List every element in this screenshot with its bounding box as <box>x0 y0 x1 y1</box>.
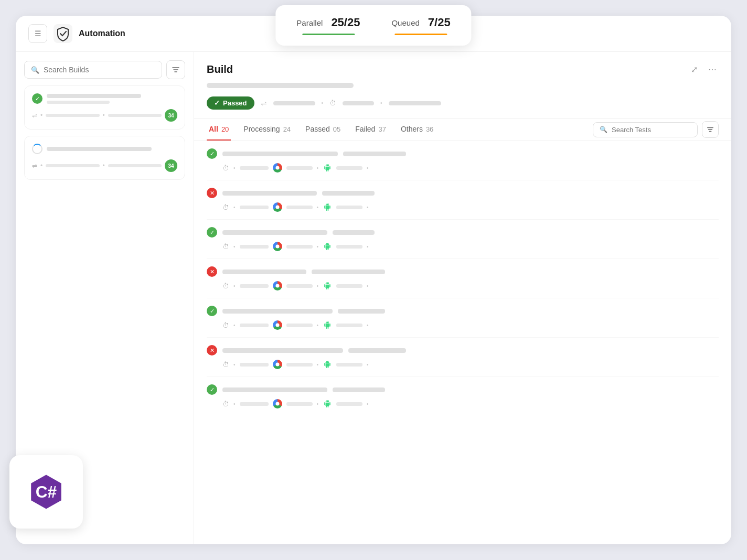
test-row: ✕ ⏱ • • • <box>207 338 719 377</box>
test-name-bar-2 <box>312 270 385 274</box>
parallel-value: 25/25 <box>331 16 360 29</box>
search-builds-input[interactable] <box>44 66 155 74</box>
test-status-pass: ✓ <box>207 306 217 316</box>
more-button[interactable]: ⋯ <box>706 62 719 77</box>
android-icon <box>323 281 332 290</box>
build-card-2[interactable]: ⇌ • • 34 <box>24 136 185 180</box>
build-status-row: ✓ Passed ⇌ • ⏱ • <box>207 96 719 110</box>
tab-passed-count: 05 <box>333 125 340 133</box>
main-content: Build ⤢ ⋯ ✓ Passed ⇌ • ⏱ <box>194 52 731 544</box>
filter-icon <box>172 66 180 74</box>
chrome-icon <box>273 360 282 369</box>
test-name-bar-2 <box>322 191 375 196</box>
test-meta-row: ⏱ • • • <box>207 399 719 408</box>
test-status-pass: ✓ <box>207 384 217 395</box>
main-window: ☰ Automation 🔍 <box>16 16 731 544</box>
branch-icon: ⇌ <box>261 99 267 107</box>
dot-sep-2: • <box>380 100 382 106</box>
test-meta-row: ⏱ • • • <box>207 320 719 330</box>
tests-filter-button[interactable] <box>702 121 719 138</box>
parallel-label: Parallel <box>296 18 323 27</box>
build-status-pass-1: ✓ <box>32 93 42 104</box>
test-name-bar-2 <box>343 152 406 156</box>
android-icon <box>323 320 332 330</box>
test-status-fail: ✕ <box>207 266 217 277</box>
tab-passed-label: Passed <box>305 125 330 133</box>
tab-others[interactable]: Others 36 <box>399 119 435 141</box>
chrome-icon <box>273 242 282 251</box>
passed-label: Passed <box>223 99 247 107</box>
app-logo <box>54 24 72 43</box>
tests-search-bar: 🔍 <box>593 122 698 137</box>
test-status-fail: ✕ <box>207 345 217 356</box>
chrome-icon <box>273 320 282 330</box>
queued-value: 7/25 <box>428 16 451 29</box>
test-row: ✓ ⏱ • • • <box>207 298 719 338</box>
test-name-bar <box>222 387 327 392</box>
test-meta-row: ⏱ • • • <box>207 202 719 212</box>
queued-bar <box>395 34 447 35</box>
csharp-logo-svg: C# <box>27 473 65 511</box>
tests-filter-icon <box>707 126 714 133</box>
search-bar: 🔍 <box>24 61 162 79</box>
test-row: ✓ ⏱ • • • <box>207 377 719 416</box>
test-name-bar <box>222 348 343 353</box>
chrome-icon <box>273 163 282 173</box>
test-meta-row: ⏱ • • • <box>207 163 719 173</box>
menu-button[interactable]: ☰ <box>28 24 47 43</box>
test-meta-row: ⏱ • • • <box>207 242 719 251</box>
search-tests-icon: 🔍 <box>600 126 607 133</box>
test-row: ✕ ⏱ • • • <box>207 180 719 220</box>
test-row: ✕ ⏱ • • • <box>207 259 719 298</box>
share-button[interactable]: ⤢ <box>689 62 700 77</box>
clock-icon: ⏱ <box>222 164 229 172</box>
test-meta-row: ⏱ • • • <box>207 281 719 290</box>
tab-failed-count: 37 <box>378 125 386 133</box>
check-icon: ✓ <box>214 99 220 107</box>
tab-all[interactable]: All 20 <box>207 119 231 141</box>
tab-others-count: 36 <box>426 125 433 133</box>
test-name-bar-2 <box>348 348 406 353</box>
chrome-icon <box>273 202 282 212</box>
tabs-search: 🔍 <box>593 121 719 138</box>
filter-button[interactable] <box>166 60 185 79</box>
test-meta-row: ⏱ • • • <box>207 360 719 369</box>
search-tests-input[interactable] <box>612 126 691 134</box>
test-status-pass: ✓ <box>207 148 217 159</box>
clock-icon: ⏱ <box>222 282 229 290</box>
test-status-fail: ✕ <box>207 188 217 198</box>
android-icon <box>323 360 332 369</box>
tab-all-label: All <box>209 125 218 133</box>
tab-failed-label: Failed <box>355 125 375 133</box>
search-icon: 🔍 <box>31 66 39 74</box>
tab-all-count: 20 <box>221 125 229 133</box>
clock-icon-header: ⏱ <box>329 99 336 107</box>
clock-icon: ⏱ <box>222 400 229 408</box>
clock-icon: ⏱ <box>222 243 229 251</box>
build-status-loading-2 <box>32 144 42 154</box>
parallel-section: Parallel 25/25 <box>296 16 360 35</box>
clock-icon: ⏱ <box>222 361 229 369</box>
tab-processing-label: Processing <box>243 125 280 133</box>
test-name-bar-2 <box>333 230 375 235</box>
tabs-row: All 20 Processing 24 Passed 05 Failed 37… <box>194 119 731 141</box>
parallel-queued-tooltip: Parallel 25/25 Queued 7/25 <box>275 5 471 46</box>
tab-failed[interactable]: Failed 37 <box>353 119 388 141</box>
queued-label: Queued <box>391 18 419 27</box>
android-icon <box>323 242 332 251</box>
clock-icon: ⏱ <box>222 321 229 329</box>
test-row: ✓ ⏱ • • • <box>207 220 719 259</box>
clock-icon: ⏱ <box>222 203 229 211</box>
tab-passed[interactable]: Passed 05 <box>303 119 343 141</box>
test-name-bar <box>222 230 327 235</box>
meta-bar-3 <box>389 101 441 105</box>
tab-processing[interactable]: Processing 24 <box>241 119 293 141</box>
build-card-meta-1: ⇌ • • 34 <box>32 109 177 122</box>
chrome-icon <box>273 281 282 290</box>
test-name-bar-2 <box>338 309 385 314</box>
test-name-bar <box>222 152 338 156</box>
passed-badge: ✓ Passed <box>207 96 254 110</box>
android-icon <box>323 399 332 408</box>
build-card-1[interactable]: ✓ ⇌ • • 34 <box>24 85 185 130</box>
build-header: Build ⤢ ⋯ ✓ Passed ⇌ • ⏱ <box>194 52 731 119</box>
